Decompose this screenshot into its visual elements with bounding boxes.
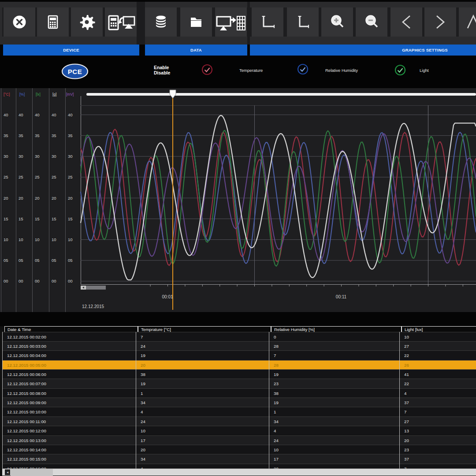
svg-text:25: 25 <box>35 175 40 179</box>
svg-text:20: 20 <box>19 196 23 201</box>
svg-text:00: 00 <box>52 279 56 283</box>
svg-text:[°C]: [°C] <box>4 92 10 97</box>
svg-text:05: 05 <box>4 258 8 263</box>
svg-text:12.12.2015: 12.12.2015 <box>82 304 104 309</box>
svg-text:10: 10 <box>68 237 73 242</box>
svg-text:[mV]: [mV] <box>66 92 74 97</box>
svg-text:00:01: 00:01 <box>162 294 173 299</box>
svg-text:PCE: PCE <box>68 68 82 75</box>
svg-text:40: 40 <box>35 112 40 117</box>
svg-text:15: 15 <box>4 216 8 221</box>
svg-text:20: 20 <box>35 196 40 201</box>
svg-text:15: 15 <box>68 216 73 221</box>
svg-text:30: 30 <box>4 154 8 159</box>
svg-text:40: 40 <box>4 112 8 117</box>
svg-text:10: 10 <box>35 237 40 242</box>
svg-text:15: 15 <box>52 216 56 221</box>
svg-text:40: 40 <box>19 112 23 117</box>
svg-text:20: 20 <box>68 196 73 201</box>
svg-text:[g]: [g] <box>52 92 56 97</box>
svg-text:35: 35 <box>19 133 23 138</box>
svg-text:15: 15 <box>35 216 40 221</box>
svg-text:35: 35 <box>52 133 56 138</box>
svg-text:30: 30 <box>19 154 23 159</box>
svg-text:05: 05 <box>52 258 56 263</box>
svg-text:05: 05 <box>68 258 73 263</box>
svg-text:[lx]: [lx] <box>36 92 41 97</box>
svg-text:10: 10 <box>4 237 8 242</box>
svg-text:35: 35 <box>4 133 8 138</box>
svg-text:15: 15 <box>19 216 23 221</box>
svg-text:20: 20 <box>4 196 8 201</box>
svg-text:00:11: 00:11 <box>336 294 347 299</box>
svg-text:40: 40 <box>52 112 56 117</box>
svg-text:30: 30 <box>35 154 40 159</box>
svg-text:25: 25 <box>52 175 56 179</box>
svg-text:05: 05 <box>19 258 23 263</box>
svg-text:30: 30 <box>52 154 56 159</box>
svg-text:20: 20 <box>52 196 56 201</box>
svg-text:10: 10 <box>19 237 23 242</box>
svg-text:25: 25 <box>19 175 23 179</box>
svg-text:00: 00 <box>68 279 73 283</box>
svg-text:30: 30 <box>68 154 73 159</box>
svg-text:05: 05 <box>35 258 40 263</box>
svg-text:25: 25 <box>4 175 8 179</box>
svg-text:00: 00 <box>19 279 23 283</box>
svg-text:00: 00 <box>35 279 40 283</box>
svg-text:[%]: [%] <box>19 92 25 97</box>
svg-text:35: 35 <box>35 133 40 138</box>
svg-text:40: 40 <box>68 112 73 117</box>
svg-text:35: 35 <box>68 133 73 138</box>
svg-text:10: 10 <box>52 237 56 242</box>
svg-text:00: 00 <box>4 279 8 283</box>
svg-text:25: 25 <box>68 175 73 179</box>
